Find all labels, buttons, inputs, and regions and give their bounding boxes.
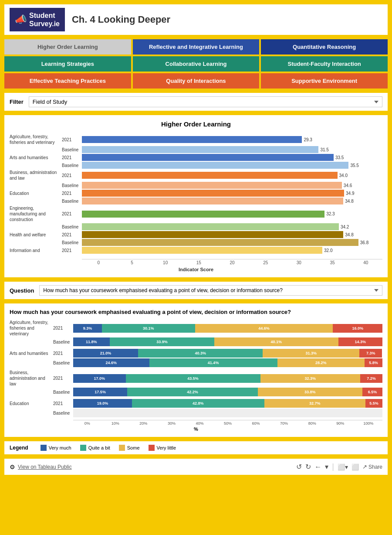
legend-color-some <box>119 445 125 451</box>
question-select[interactable]: How much has your coursework emphasised … <box>39 285 382 296</box>
table-row: Baseline <box>10 409 382 417</box>
stacked-chart-x-axis: 0% 10% 20% 30% 40% 50% 60% 70% 80% 90% 1… <box>73 420 382 426</box>
nav-learning-strategies[interactable]: Learning Strategies <box>4 56 131 72</box>
nav-student-faculty[interactable]: Student-Faculty Interaction <box>261 56 388 72</box>
bar-chart-title: Higher Order Learning <box>10 120 382 128</box>
nav-collaborative-learning[interactable]: Collaborative Learning <box>133 56 260 72</box>
question-label: Question <box>10 287 34 294</box>
nav-effective-teaching[interactable]: Effective Teaching Practices <box>4 73 131 89</box>
bar-label: Agriculture, forestry, fisheries and vet… <box>10 134 62 145</box>
logo-line2: Survey.ie <box>29 20 60 28</box>
legend-panel: Legend Very much Quite a bit Some Very l… <box>4 441 388 454</box>
nav-higher-order-learning[interactable]: Higher Order Learning <box>4 39 131 55</box>
logo-icon: 📣 <box>15 14 27 25</box>
view-tableau-label[interactable]: View on Tableau Public <box>18 464 72 470</box>
table-row: Business, administration and law 2021 17… <box>10 370 382 387</box>
footer-controls: ↺ ↻ ← ▾ | ⬜▾ ⬜ ↗ Share <box>296 462 382 471</box>
nav-quantitative-reasoning[interactable]: Quantitative Reasoning <box>261 39 388 55</box>
legend-text-some: Some <box>127 445 140 450</box>
bar-chart-panel: Higher Order Learning Agriculture, fores… <box>4 115 388 277</box>
footer: ⚙ View on Tableau Public ↺ ↻ ← ▾ | ⬜▾ ⬜ … <box>4 459 388 475</box>
table-row: Engineering, manufacturing and construct… <box>10 205 382 222</box>
table-row: Baseline 31.5 <box>10 146 382 153</box>
nav-left-icon[interactable]: ← <box>314 463 321 471</box>
table-row: Health and welfare 2021 34.8 <box>10 231 382 238</box>
table-row: Baseline 11.8% 33.9% 40.1% 14.3% <box>10 337 382 346</box>
table-row: Baseline 17.5% 42.2% 33.8% 6.5% <box>10 388 382 396</box>
stacked-chart-panel: How much has your coursework emphasised … <box>4 303 388 437</box>
legend-label: Legend <box>10 445 28 451</box>
filter-label: Filter <box>10 99 24 105</box>
legend-color-very-little <box>149 445 155 451</box>
nav-grid: Higher Order Learning Reflective and Int… <box>4 39 388 89</box>
table-row: Business, administration and law 2021 34… <box>10 170 382 181</box>
nav-supportive-environment[interactable]: Supportive Environment <box>261 73 388 89</box>
legend-item-very-little: Very little <box>149 445 176 451</box>
legend-color-quite-bit <box>80 445 86 451</box>
filter-select[interactable]: Field of Study <box>29 96 382 107</box>
table-row: Arts and humanities 2021 21.0% 40.3% 31.… <box>10 349 382 358</box>
nav-reflective-integrative[interactable]: Reflective and Integrative Learning <box>133 39 260 55</box>
tableau-icon: ⚙ <box>10 463 15 470</box>
download-icon[interactable]: ⬜ <box>351 463 359 470</box>
present-icon[interactable]: ⬜▾ <box>338 463 348 470</box>
bar-chart-x-label: Indicator Score <box>10 267 382 272</box>
table-row: Baseline 34.2 <box>10 223 382 230</box>
footer-left: ⚙ View on Tableau Public <box>10 463 72 470</box>
table-row: Baseline 34.6 <box>10 182 382 189</box>
stacked-chart-x-label: % <box>10 426 382 432</box>
undo-icon[interactable]: ↺ <box>296 463 302 471</box>
share-label: Share <box>368 464 382 470</box>
divider: | <box>332 462 334 471</box>
bar-chart: Agriculture, forestry, fisheries and vet… <box>10 132 382 256</box>
bar-chart-x-axis: 0 5 10 15 20 25 30 35 40 <box>82 259 382 265</box>
table-row: Baseline 24.6% 41.4% 28.2% 5.8% <box>10 358 382 367</box>
legend-item-quite-bit: Quite a bit <box>80 445 110 451</box>
table-row: Education 2021 34.9 <box>10 190 382 197</box>
table-row: Information and 2021 32.0 <box>10 247 382 254</box>
table-row: Baseline 36.8 <box>10 239 382 246</box>
logo-line1: Student <box>29 11 60 20</box>
page-title: Ch. 4 Looking Deeper <box>72 14 170 25</box>
legend-item-some: Some <box>119 445 140 451</box>
table-row: Arts and humanities 2021 33.5 <box>10 154 382 161</box>
stacked-chart-title: How much has your coursework emphasised … <box>10 309 382 315</box>
redo-icon[interactable]: ↻ <box>305 463 311 471</box>
logo: 📣 Student Survey.ie <box>10 8 65 31</box>
legend-text-very-much: Very much <box>49 445 71 450</box>
stacked-chart: Agriculture, forestry, fisheries and vet… <box>10 320 382 417</box>
header: 📣 Student Survey.ie Ch. 4 Looking Deeper <box>4 4 388 35</box>
share-button[interactable]: ↗ Share <box>362 463 382 470</box>
legend-text-quite-bit: Quite a bit <box>88 445 110 450</box>
table-row: Agriculture, forestry, fisheries and vet… <box>10 320 382 337</box>
legend-item-very-much: Very much <box>41 445 71 451</box>
question-row: Question How much has your coursework em… <box>4 282 388 299</box>
filter-row: Filter Field of Study <box>4 93 388 111</box>
nav-quality-interactions[interactable]: Quality of Interactions <box>133 73 260 89</box>
table-row: Baseline 35.5 <box>10 162 382 169</box>
nav-right-icon[interactable]: ▾ <box>325 463 328 471</box>
table-row: Baseline 34.8 <box>10 198 382 204</box>
legend-color-very-much <box>41 445 47 451</box>
table-row: Agriculture, forestry, fisheries and vet… <box>10 134 382 145</box>
share-icon: ↗ <box>362 463 367 470</box>
table-row: Education 2021 19.0% 42.8% 32.7% 5.5% <box>10 399 382 408</box>
legend-text-very-little: Very little <box>157 445 176 450</box>
